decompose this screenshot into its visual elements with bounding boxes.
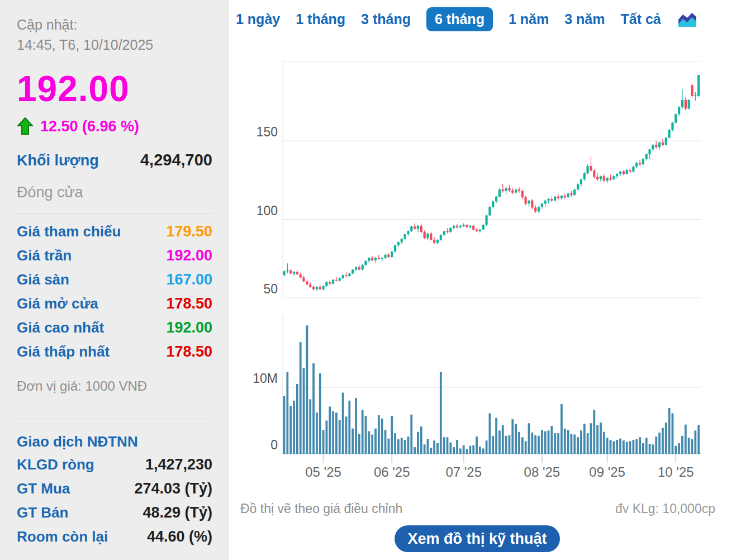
adjusted-price-note: Đồ thị vẽ theo giá điều chỉnh bbox=[240, 501, 402, 516]
volume-unit-note: đv KLg: 10,000cp bbox=[615, 501, 715, 516]
svg-text:10M: 10M bbox=[253, 371, 278, 386]
price-volume-chart[interactable]: 50100150010M05 '2506 '2507 '2508 '2509 '… bbox=[0, 0, 741, 560]
svg-text:100: 100 bbox=[256, 203, 278, 218]
svg-text:05 '25: 05 '25 bbox=[305, 464, 341, 480]
svg-text:10 '25: 10 '25 bbox=[658, 464, 694, 480]
svg-text:07 '25: 07 '25 bbox=[445, 464, 482, 480]
svg-text:150: 150 bbox=[256, 125, 278, 139]
view-technical-chart-button[interactable]: Xem đồ thị kỹ thuật bbox=[395, 525, 560, 552]
svg-text:09 '25: 09 '25 bbox=[589, 464, 625, 480]
svg-text:08 '25: 08 '25 bbox=[524, 464, 560, 480]
svg-text:0: 0 bbox=[270, 438, 278, 452]
stock-quote-page: Cập nhật: 14:45, T6, 10/10/2025 192.00 1… bbox=[0, 0, 741, 560]
svg-text:50: 50 bbox=[263, 282, 278, 296]
svg-text:06 '25: 06 '25 bbox=[374, 464, 410, 480]
